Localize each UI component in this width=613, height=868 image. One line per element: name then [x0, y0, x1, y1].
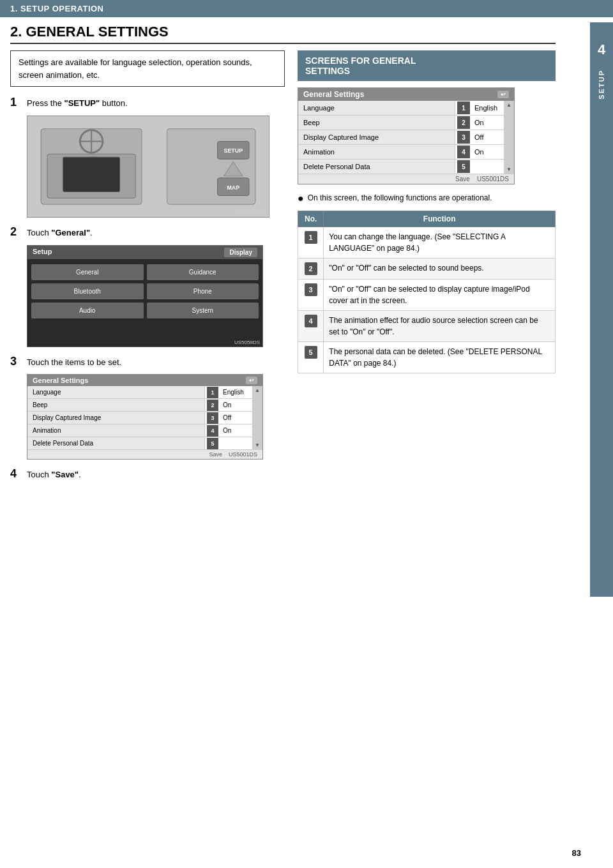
gs-header-right: General Settings ↩ — [298, 88, 514, 101]
setup-screen-image: Setup Display General Guidance Bluetooth… — [27, 245, 263, 347]
gs-row-beep[interactable]: Beep 2 On — [27, 399, 252, 412]
gs-row-beep-r[interactable]: Beep 2 On — [298, 116, 504, 130]
step-number-3: 3 — [10, 355, 23, 368]
setup-btn-guidance[interactable]: Guidance — [147, 264, 259, 280]
bullet-text: On this screen, the following functions … — [308, 192, 492, 204]
save-label-step3[interactable]: Save — [209, 451, 222, 458]
table-func-1: You can change the language. (See "SELEC… — [324, 227, 556, 258]
gs-num-2: 2 — [207, 400, 218, 411]
table-col1-header: No. — [298, 211, 324, 227]
gs-label-beep: Beep — [27, 399, 205, 411]
step-number-4: 4 — [10, 467, 23, 481]
scroll-down-arrow-r[interactable]: ▼ — [506, 167, 511, 172]
gs-scrollbar-step3[interactable]: ▲ ▼ — [252, 386, 262, 449]
gs-value-beep-r: On — [472, 116, 504, 129]
info-box: Settings are available for language sele… — [10, 50, 285, 87]
table-row: 1 You can change the language. (See "SEL… — [298, 227, 556, 258]
step-2: 2 Touch "General". — [10, 225, 285, 240]
gs-row-delete-r[interactable]: Delete Personal Data 5 — [298, 160, 504, 174]
gs-value-delete-r — [472, 164, 504, 169]
step-text-3: Touch the items to be set. — [27, 355, 121, 370]
func-badge-1: 1 — [305, 231, 317, 244]
left-column: Settings are available for language sele… — [10, 50, 285, 487]
step-3: 3 Touch the items to be set. — [10, 355, 285, 370]
display-button[interactable]: Display — [224, 248, 257, 257]
gs-num-1: 1 — [207, 387, 218, 398]
table-row: 5 The personal data can be deleted. (See… — [298, 342, 556, 373]
setup-btn-audio[interactable]: Audio — [31, 303, 144, 318]
step-text-4: Touch "Save". — [27, 467, 81, 482]
gs-label-delete-personal: Delete Personal Data — [27, 437, 205, 449]
gs-num-1-r: 1 — [457, 101, 470, 114]
gs-scrollbar-right[interactable]: ▲ ▼ — [504, 101, 514, 174]
gs-value-display-r: Off — [472, 131, 504, 144]
table-num-1: 1 — [298, 227, 324, 258]
car-diagram-image: SETUP MAP US0008DS_2 — [27, 116, 269, 218]
gs-value-language: English — [220, 386, 252, 398]
sidebar-section-label: SETUP — [598, 70, 605, 100]
gs-row-language[interactable]: Language 1 English — [27, 386, 252, 399]
gs-value-beep: On — [220, 399, 252, 411]
gs-row-display-r[interactable]: Display Captured Image 3 Off — [298, 130, 504, 145]
gs-num-2-r: 2 — [457, 116, 470, 129]
setup-header-bar: Setup Display — [27, 246, 262, 259]
gs-back-btn-step3[interactable]: ↩ — [246, 377, 257, 384]
gs-label-language-r: Language — [298, 101, 455, 115]
screen-id-gs-step3: US5001DS — [229, 451, 257, 458]
gs-num-3-r: 3 — [457, 131, 470, 144]
table-num-4: 4 — [298, 311, 324, 342]
func-badge-3: 3 — [305, 283, 317, 296]
gs-label-display-captured: Display Captured Image — [27, 412, 205, 424]
gs-value-animation-r: On — [472, 146, 504, 158]
two-column-layout: Settings are available for language sele… — [10, 50, 556, 487]
table-row: 4 The animation effect for audio source … — [298, 311, 556, 342]
setup-btn-general[interactable]: General — [31, 264, 144, 280]
gs-footer-right: Save US5001DS — [298, 174, 514, 184]
table-row: 3 "On" or "Off" can be selected to displ… — [298, 280, 556, 311]
gs-row-language-r[interactable]: Language 1 English — [298, 101, 504, 116]
gs-row-animation[interactable]: Animation 4 On — [27, 424, 252, 437]
gs-back-btn-right[interactable]: ↩ — [497, 91, 509, 98]
gs-value-delete-personal — [220, 441, 252, 446]
func-badge-4: 4 — [305, 315, 317, 327]
setup-btn-system[interactable]: System — [147, 303, 259, 318]
gs-row-display-captured[interactable]: Display Captured Image 3 Off — [27, 412, 252, 424]
table-num-5: 5 — [298, 342, 324, 373]
gs-label-delete-r: Delete Personal Data — [298, 160, 455, 174]
gen-settings-screen-right: General Settings ↩ Language 1 English Be… — [298, 87, 515, 184]
setup-btn-phone[interactable]: Phone — [147, 283, 259, 299]
right-section-header: SCREENS FOR GENERALSETTINGS — [298, 50, 556, 81]
gen-settings-screen-step3: General Settings ↩ Language 1 English Be… — [27, 374, 263, 460]
gs-row-delete-personal[interactable]: Delete Personal Data 5 — [27, 437, 252, 449]
sidebar-chapter-number: 4 — [598, 41, 605, 58]
step-text-1: Press the "SETUP" button. — [27, 96, 128, 110]
table-func-3: "On" or "Off" can be selected to display… — [324, 280, 556, 311]
right-column: SCREENS FOR GENERALSETTINGS General Sett… — [298, 50, 556, 487]
section-header: 1. SETUP OPERATION — [0, 0, 613, 17]
gs-label-animation: Animation — [27, 424, 205, 437]
gs-num-4-r: 4 — [457, 146, 470, 158]
gs-label-display-r: Display Captured Image — [298, 130, 455, 144]
gs-value-animation: On — [220, 424, 252, 437]
table-func-5: The personal data can be deleted. (See "… — [324, 342, 556, 373]
setup-btn-bluetooth[interactable]: Bluetooth — [31, 283, 144, 299]
save-label-right[interactable]: Save — [455, 176, 470, 183]
screen-id-setup: US5058DS — [234, 340, 260, 345]
scroll-up-arrow[interactable]: ▲ — [255, 387, 260, 393]
right-sidebar: 4 SETUP — [590, 22, 613, 597]
gs-row-animation-r[interactable]: Animation 4 On — [298, 145, 504, 160]
gs-header-step3: General Settings ↩ — [27, 375, 262, 386]
scroll-down-arrow[interactable]: ▼ — [255, 442, 260, 448]
bullet-icon: ● — [298, 192, 304, 204]
table-func-2: "On" or "Off" can be selected to sound b… — [324, 258, 556, 280]
func-badge-2: 2 — [305, 262, 317, 275]
gs-footer-step3: Save US5001DS — [27, 449, 262, 459]
scroll-up-arrow-r[interactable]: ▲ — [506, 102, 511, 108]
gs-label-beep-r: Beep — [298, 116, 455, 130]
gs-num-3: 3 — [207, 412, 218, 424]
gs-list-right: Language 1 English Beep 2 On Display Cap… — [298, 101, 504, 174]
table-col2-header: Function — [324, 211, 556, 227]
svg-text:MAP: MAP — [227, 184, 239, 190]
setup-title-label: Setup — [33, 248, 52, 257]
step-number-2: 2 — [10, 225, 23, 239]
